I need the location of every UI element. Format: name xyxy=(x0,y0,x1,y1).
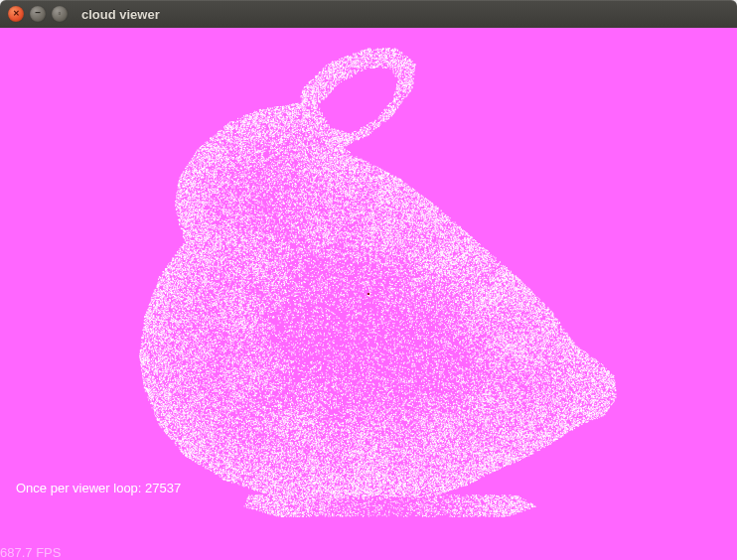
application-window: cloud viewer Once per viewer loop: 27537… xyxy=(0,0,737,560)
minimize-icon[interactable] xyxy=(30,6,46,22)
window-title: cloud viewer xyxy=(81,7,160,22)
close-icon[interactable] xyxy=(8,6,24,22)
maximize-icon[interactable] xyxy=(52,6,68,22)
point-cloud-viewport[interactable]: Once per viewer loop: 27537 687.7 FPS xyxy=(0,28,737,560)
point-cloud-canvas[interactable] xyxy=(0,28,737,560)
window-titlebar[interactable]: cloud viewer xyxy=(0,0,737,28)
